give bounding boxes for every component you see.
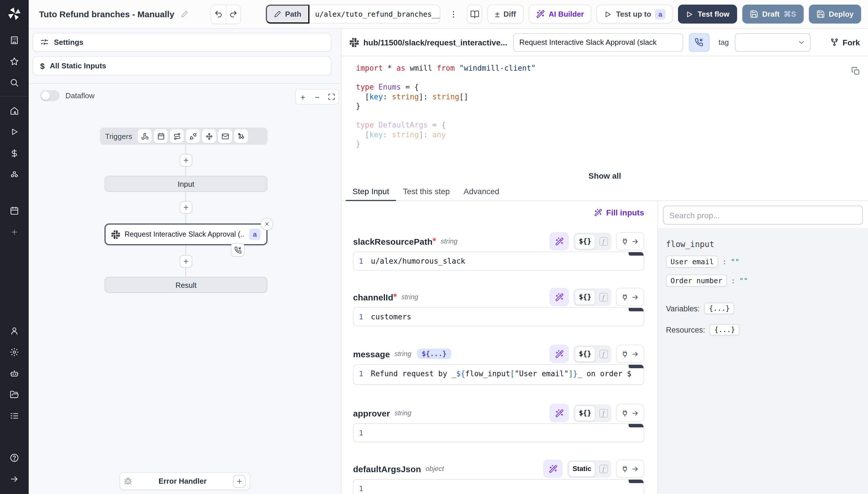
field-value[interactable]: customers bbox=[369, 308, 644, 326]
audit-logs-icon[interactable] bbox=[0, 405, 29, 426]
function-mode-button[interactable]: f bbox=[596, 289, 610, 305]
result-node[interactable]: Result bbox=[104, 277, 268, 293]
undo-button[interactable] bbox=[211, 5, 225, 23]
tag-select[interactable] bbox=[734, 33, 810, 52]
websocket-plug-icon[interactable] bbox=[186, 129, 200, 143]
http-route-icon[interactable] bbox=[170, 129, 184, 143]
favorites-star-icon[interactable] bbox=[0, 51, 29, 72]
template-mode-button[interactable]: ${} bbox=[575, 346, 595, 362]
field-editor-channelId[interactable]: 1 customers bbox=[353, 307, 644, 326]
slack-approval-step-node[interactable]: Request Interactive Slack Approval (... … bbox=[104, 224, 268, 245]
function-mode-button[interactable]: f bbox=[596, 461, 610, 476]
copy-code-icon[interactable] bbox=[851, 66, 860, 75]
template-mode-button[interactable]: ${} bbox=[575, 405, 595, 421]
tab-test-this-step[interactable]: Test this step bbox=[396, 187, 457, 201]
more-options-kebab-icon[interactable] bbox=[446, 5, 461, 23]
ai-fill-wand-icon[interactable] bbox=[550, 345, 569, 363]
deploy-button[interactable]: Deploy bbox=[809, 5, 861, 23]
scheduled-poll-icon[interactable] bbox=[234, 129, 248, 143]
ai-fill-wand-icon[interactable] bbox=[550, 288, 569, 306]
suspend-approval-phone-icon[interactable] bbox=[231, 243, 244, 257]
fork-button[interactable]: Fork bbox=[830, 38, 860, 47]
settings-gear-icon[interactable] bbox=[0, 341, 29, 362]
help-icon[interactable] bbox=[0, 447, 29, 468]
connect-input-button[interactable] bbox=[616, 459, 644, 478]
email-icon[interactable] bbox=[218, 129, 232, 143]
field-editor-message[interactable]: 1 Refund request by _${flow_input["User … bbox=[353, 364, 644, 385]
function-mode-button[interactable]: f bbox=[596, 346, 610, 362]
error-handler-node[interactable]: Error Handler bbox=[119, 472, 250, 490]
field-editor-slackResourcePath[interactable]: 1 u/alex/humorous_slack bbox=[353, 252, 644, 270]
variables-dollar-icon[interactable] bbox=[0, 142, 29, 164]
variables-chip[interactable]: {...} bbox=[704, 303, 734, 314]
runs-play-icon[interactable] bbox=[0, 121, 29, 142]
workspace-icon[interactable] bbox=[0, 29, 29, 51]
field-editor-approver[interactable]: 1 bbox=[353, 423, 644, 442]
ai-fill-wand-icon[interactable] bbox=[550, 232, 569, 250]
ai-bot-icon[interactable] bbox=[0, 362, 29, 384]
editor-scrollbar[interactable] bbox=[629, 252, 644, 255]
fill-inputs-button[interactable]: Fill inputs bbox=[594, 208, 644, 217]
field-value[interactable]: u/alex/humorous_slack bbox=[369, 252, 644, 270]
redo-button[interactable] bbox=[225, 5, 240, 23]
function-mode-button[interactable]: f bbox=[596, 405, 610, 421]
folders-icon[interactable] bbox=[0, 384, 29, 405]
connect-input-button[interactable] bbox=[616, 232, 644, 250]
template-mode-button[interactable]: ${} bbox=[575, 289, 595, 305]
all-static-inputs-button[interactable]: $ All Static Inputs bbox=[33, 56, 331, 75]
schedule-calendar-icon[interactable] bbox=[154, 129, 167, 143]
add-plus-icon[interactable] bbox=[0, 221, 29, 242]
path-value[interactable]: u/alex/tuto_refund_branches__ bbox=[310, 5, 440, 23]
search-icon[interactable] bbox=[0, 72, 29, 93]
function-mode-button[interactable]: f bbox=[596, 233, 610, 249]
field-editor-defaultArgsJson[interactable]: 1 bbox=[353, 479, 644, 494]
kafka-icon[interactable] bbox=[202, 129, 216, 143]
insert-step-button[interactable] bbox=[180, 255, 192, 268]
input-node[interactable]: Input bbox=[104, 176, 268, 192]
triggers-node[interactable]: Triggers bbox=[100, 128, 268, 145]
insert-step-button[interactable] bbox=[180, 154, 192, 167]
template-mode-button[interactable]: ${} bbox=[575, 233, 595, 249]
code-preview[interactable]: import * as wmill from "windmill-client"… bbox=[341, 56, 868, 185]
editor-scrollbar[interactable] bbox=[629, 308, 644, 311]
ai-fill-wand-icon[interactable] bbox=[550, 404, 569, 422]
connect-input-button[interactable] bbox=[616, 345, 644, 363]
editor-scrollbar[interactable] bbox=[629, 424, 644, 428]
prop-chip[interactable]: User email bbox=[666, 255, 718, 268]
diff-button[interactable]: ± Diff bbox=[488, 5, 524, 23]
fit-view-icon[interactable] bbox=[324, 90, 339, 104]
tab-step-input[interactable]: Step Input bbox=[346, 187, 396, 201]
field-value[interactable] bbox=[369, 424, 644, 442]
prop-chip[interactable]: Order number bbox=[666, 274, 727, 287]
search-prop-input[interactable] bbox=[663, 206, 863, 225]
add-error-handler-button[interactable] bbox=[233, 475, 246, 488]
flow-settings-button[interactable]: Settings bbox=[33, 33, 331, 52]
dataflow-toggle[interactable] bbox=[40, 90, 60, 101]
field-value[interactable]: Refund request by _${flow_input["User em… bbox=[369, 365, 644, 384]
webhook-icon[interactable] bbox=[138, 129, 152, 143]
editor-scrollbar[interactable] bbox=[629, 480, 644, 483]
users-icon[interactable] bbox=[0, 320, 29, 341]
connect-input-button[interactable] bbox=[616, 288, 644, 306]
home-icon[interactable] bbox=[0, 100, 29, 121]
step-title-input[interactable] bbox=[513, 33, 683, 52]
connect-input-button[interactable] bbox=[616, 404, 644, 422]
schedules-calendar-icon[interactable] bbox=[0, 200, 29, 221]
path-button[interactable]: Path bbox=[265, 5, 309, 23]
suspend-approval-phone-button[interactable] bbox=[689, 33, 709, 52]
test-flow-button[interactable]: Test flow bbox=[678, 5, 737, 23]
resources-boxes-icon[interactable] bbox=[0, 164, 29, 185]
show-all-button[interactable]: Show all bbox=[588, 171, 621, 180]
static-mode-button[interactable]: Static bbox=[569, 461, 595, 476]
edit-title-pencil-icon[interactable] bbox=[180, 10, 188, 18]
ai-fill-wand-icon[interactable] bbox=[544, 459, 563, 478]
expand-sidebar-icon[interactable] bbox=[0, 468, 29, 489]
tab-advanced[interactable]: Advanced bbox=[457, 187, 506, 201]
draft-button[interactable]: Draft ⌘S bbox=[742, 5, 804, 23]
docs-book-button[interactable] bbox=[467, 5, 482, 23]
hub-script-path[interactable]: hub/11500/slack/request_interactive... bbox=[350, 38, 507, 47]
ai-builder-button[interactable]: AI Builder bbox=[529, 5, 591, 23]
zoom-out-button[interactable]: − bbox=[310, 90, 324, 104]
field-value[interactable] bbox=[369, 480, 644, 494]
resources-chip[interactable]: {...} bbox=[710, 324, 740, 336]
